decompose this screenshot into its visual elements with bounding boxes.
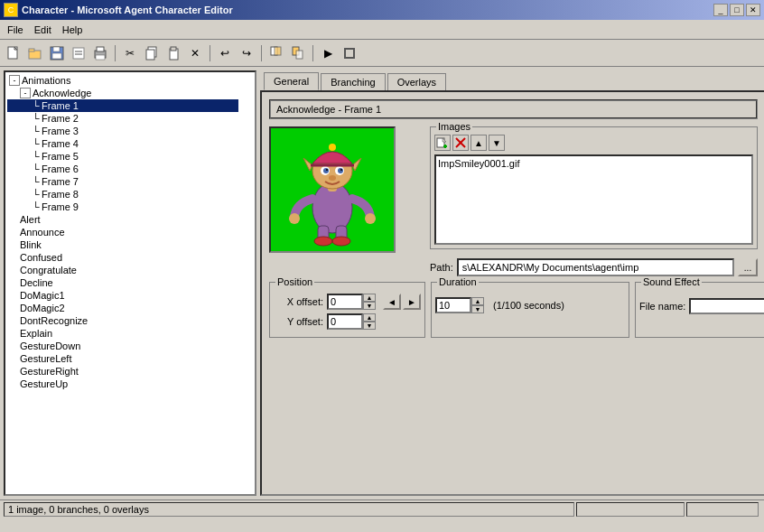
- title-text: Character - Microsoft Agent Character Ed…: [22, 5, 233, 15]
- frame9-label: Frame 9: [42, 201, 79, 212]
- print-button[interactable]: [90, 43, 110, 63]
- tree-item-frame1[interactable]: └ Frame 1: [7, 99, 238, 112]
- remove-image-button[interactable]: [452, 135, 469, 151]
- domagic2-label: DoMagic2: [20, 303, 65, 313]
- x-up-arrow[interactable]: ▲: [363, 294, 376, 302]
- y-offset-input[interactable]: [327, 313, 363, 330]
- export-button[interactable]: [288, 43, 308, 63]
- undo-button[interactable]: ↩: [215, 43, 235, 63]
- add-image-button[interactable]: [434, 135, 451, 151]
- x-offset-input[interactable]: [327, 294, 363, 310]
- tree-item-gesturedown[interactable]: GestureDown: [7, 340, 238, 352]
- alert-label: Alert: [20, 214, 41, 225]
- menu-edit[interactable]: Edit: [29, 23, 57, 37]
- play-button[interactable]: ▶: [318, 43, 338, 63]
- stop-button[interactable]: [340, 43, 359, 63]
- separator-4: [312, 45, 313, 61]
- open-button[interactable]: [25, 43, 45, 63]
- blink-label: Blink: [20, 239, 42, 250]
- tree-item-dontrecognize[interactable]: DontRecognize: [7, 314, 238, 327]
- status-text: 1 image, 0 branches, 0 overlays: [8, 504, 149, 515]
- separator-1: [115, 45, 116, 61]
- tree-panel[interactable]: - Animations - Acknowledge └ Frame 1 └ F…: [4, 70, 256, 496]
- paste-button[interactable]: [163, 43, 183, 63]
- tree-item-frame4[interactable]: └ Frame 4: [7, 137, 238, 150]
- cut-button[interactable]: ✂: [120, 43, 140, 63]
- tree-item-frame8[interactable]: └ Frame 8: [7, 188, 238, 201]
- maximize-button[interactable]: □: [730, 4, 744, 16]
- tree-item-congratulate[interactable]: Congratulate: [7, 264, 238, 276]
- decline-label: Decline: [20, 277, 53, 288]
- x-offset-row: X offset: ▲ ▼ ◄ ►: [274, 294, 421, 310]
- path-field: s\ALEXANDR\My Documents\agent\imp: [457, 258, 734, 276]
- svg-point-27: [289, 213, 300, 224]
- right-panel: General Branching Overlays Acknowledge -…: [260, 70, 764, 496]
- svg-point-36: [340, 169, 342, 171]
- frame6-label: Frame 6: [42, 163, 79, 174]
- y-down-arrow[interactable]: ▼: [363, 322, 376, 330]
- expand-acknowledge[interactable]: -: [20, 88, 31, 98]
- y-up-arrow[interactable]: ▲: [363, 313, 376, 322]
- move-up-button[interactable]: ▲: [471, 135, 487, 151]
- svg-rect-13: [146, 50, 154, 60]
- images-listbox[interactable]: ImpSmiley0001.gif: [434, 154, 753, 245]
- tree-item-blink[interactable]: Blink: [7, 238, 238, 251]
- x-prev-button[interactable]: ◄: [383, 294, 401, 310]
- y-spin-arrows: ▲ ▼: [363, 313, 376, 330]
- duration-down-arrow[interactable]: ▼: [471, 305, 484, 313]
- tab-overlays[interactable]: Overlays: [387, 73, 446, 90]
- expand-animations[interactable]: -: [9, 75, 20, 86]
- menu-help[interactable]: Help: [57, 23, 89, 37]
- tree-item-frame7[interactable]: └ Frame 7: [7, 175, 238, 188]
- tree-item-domagic1[interactable]: DoMagic1: [7, 289, 238, 302]
- tree-item-frame9[interactable]: └ Frame 9: [7, 201, 238, 213]
- path-browse-button[interactable]: ...: [738, 258, 758, 276]
- tree-item-frame2[interactable]: └ Frame 2: [7, 112, 238, 125]
- tree-item-decline[interactable]: Decline: [7, 276, 238, 289]
- import-button[interactable]: [266, 43, 286, 63]
- duration-group: Duration ▲ ▼ (1/100 seconds): [431, 282, 629, 338]
- tree-item-frame6[interactable]: └ Frame 6: [7, 163, 238, 175]
- position-group: Position X offset: ▲ ▼ ◄ ►: [269, 282, 425, 338]
- confused-label: Confused: [20, 252, 62, 263]
- minimize-button[interactable]: _: [713, 4, 728, 16]
- bottom-panels: Position X offset: ▲ ▼ ◄ ►: [269, 282, 758, 338]
- copy-button[interactable]: [142, 43, 162, 63]
- tree-item-announce[interactable]: Announce: [7, 226, 238, 238]
- save-button[interactable]: [47, 43, 67, 63]
- svg-point-28: [365, 213, 376, 224]
- list-item[interactable]: ImpSmiley0001.gif: [438, 158, 750, 169]
- tab-general[interactable]: General: [264, 72, 319, 90]
- move-down-button[interactable]: ▼: [489, 135, 505, 151]
- tree-item-frame5[interactable]: └ Frame 5: [7, 150, 238, 163]
- frame3-label: Frame 3: [42, 126, 79, 136]
- tree-item-alert[interactable]: Alert: [7, 213, 238, 226]
- redo-button[interactable]: ↪: [237, 43, 256, 63]
- duration-up-arrow[interactable]: ▲: [471, 297, 484, 305]
- x-next-button[interactable]: ►: [403, 294, 421, 310]
- sound-file-input[interactable]: [689, 298, 764, 314]
- properties-button[interactable]: [69, 43, 89, 63]
- tree-item-domagic2[interactable]: DoMagic2: [7, 302, 238, 314]
- x-down-arrow[interactable]: ▼: [363, 302, 376, 310]
- dontrecognize-label: DontRecognize: [20, 315, 88, 326]
- svg-rect-2: [29, 49, 34, 51]
- tree-item-confused[interactable]: Confused: [7, 251, 238, 264]
- tree-item-explain[interactable]: Explain: [7, 327, 238, 340]
- tree-item-gestureup[interactable]: GestureUp: [7, 378, 238, 390]
- tree-item-gestureleft[interactable]: GestureLeft: [7, 352, 238, 365]
- svg-rect-4: [53, 47, 60, 51]
- gesturedown-label: GestureDown: [20, 341, 80, 351]
- menu-file[interactable]: File: [2, 23, 29, 37]
- images-toolbar: ▲ ▼: [434, 135, 753, 151]
- tree-item-gestureright[interactable]: GestureRight: [7, 365, 238, 378]
- duration-input[interactable]: [435, 297, 471, 313]
- delete-button[interactable]: ✕: [185, 43, 205, 63]
- tree-item-animations[interactable]: - Animations: [7, 74, 238, 87]
- tab-branching[interactable]: Branching: [321, 73, 386, 90]
- close-button[interactable]: ✕: [746, 4, 760, 16]
- new-button[interactable]: [4, 43, 23, 63]
- tree-item-frame3[interactable]: └ Frame 3: [7, 125, 238, 137]
- tree-item-acknowledge[interactable]: - Acknowledge: [7, 87, 238, 99]
- y-offset-label: Y offset:: [274, 316, 323, 327]
